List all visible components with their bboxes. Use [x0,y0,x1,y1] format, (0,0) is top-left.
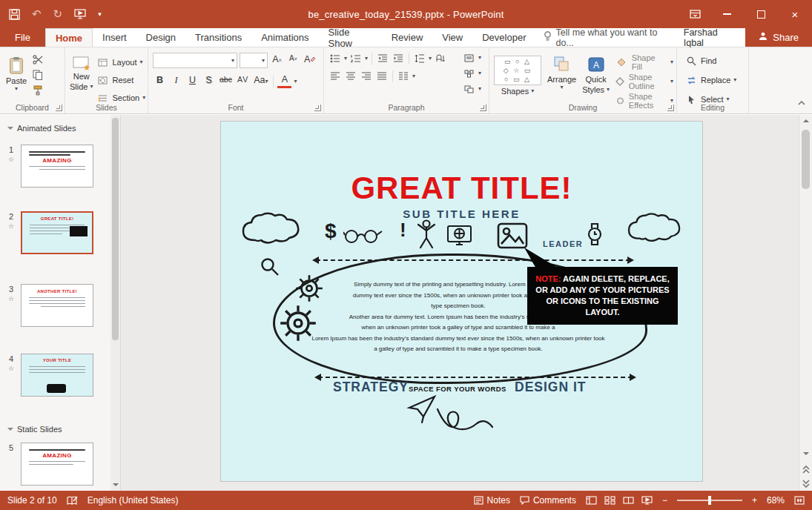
zoom-in-button[interactable]: + [752,495,757,506]
tab-review[interactable]: Review [382,28,433,47]
zoom-slider-knob[interactable] [708,496,711,505]
glasses-icon[interactable] [343,225,383,245]
shapes-button[interactable]: ▭ ○ △ ◇ ☆ ▭ ○ ▭ △ Shapes▾ [494,50,541,105]
italic-button[interactable]: I [169,74,183,88]
cut-button[interactable] [31,53,44,65]
main-scrollbar[interactable] [799,115,812,491]
align-right-button[interactable] [360,70,373,82]
reading-view-button[interactable] [623,496,634,505]
section-static-slides[interactable]: Static Slides [7,425,62,434]
increase-indent-button[interactable] [392,53,405,64]
scroll-up-button[interactable] [799,115,812,126]
convert-smartart-button[interactable] [463,67,476,79]
font-color-button[interactable]: A [277,74,291,88]
text-direction-button[interactable] [434,53,447,64]
person-icon[interactable] [415,219,438,251]
fit-to-window-button[interactable] [794,496,805,505]
close-button[interactable]: × [778,0,812,28]
strategy-label[interactable]: STRATEGY [333,380,409,395]
underline-button[interactable]: U [185,74,199,88]
strikethrough-button[interactable]: abc [218,74,234,88]
slide-thumbnail-4[interactable]: 4☆ YOUR TITLE [4,354,93,397]
numbering-button[interactable] [349,53,363,64]
tab-insert[interactable]: Insert [93,28,136,47]
slide-sorter-view-button[interactable] [604,496,615,505]
watch-icon[interactable] [586,222,604,246]
comments-toggle[interactable]: Comments [520,495,576,506]
arrange-objects-button[interactable] [463,83,476,95]
previous-slide-button[interactable] [799,463,812,474]
zoom-slider[interactable] [677,500,742,501]
align-left-button[interactable] [329,70,342,82]
drawing-dialog-launcher[interactable] [667,105,674,111]
shape-outline-button[interactable]: Shape Outline▾ [615,74,673,89]
scroll-down-button[interactable] [799,448,812,460]
character-spacing-button[interactable]: AV [236,74,250,88]
align-text-button[interactable] [463,52,476,64]
tab-file[interactable]: File [0,28,45,47]
notes-toggle[interactable]: Notes [474,495,510,506]
reset-button[interactable]: Reset [96,73,145,87]
clear-formatting-button[interactable]: A [303,53,317,67]
layout-button[interactable]: Layout▾ [96,55,145,70]
ribbon-display-options-button[interactable] [680,0,710,28]
slide-indicator[interactable]: Slide 2 of 10 [7,495,57,506]
tab-animations[interactable]: Animations [251,28,318,47]
maximize-button[interactable] [744,0,778,28]
main-scrollbar-thumb[interactable] [802,130,810,189]
proofing-icon[interactable] [67,496,78,506]
tab-slide-show[interactable]: Slide Show [318,28,381,47]
text-shadow-button[interactable]: S [202,74,216,88]
exclamation-icon[interactable]: ! [400,219,406,242]
tab-home[interactable]: Home [45,28,93,47]
new-slide-button[interactable]: New Slide▾ [70,50,93,105]
tab-design[interactable]: Design [136,28,185,47]
columns-button[interactable] [397,70,410,82]
increase-font-size-button[interactable]: A˄ [270,53,284,67]
thumb-image-1[interactable]: AMAZING [21,145,93,188]
tell-me-box[interactable]: Tell me what you want to do... [536,28,673,47]
align-center-button[interactable] [344,70,357,82]
decrease-indent-button[interactable] [376,53,389,64]
slide-thumbnail-1[interactable]: 1☆ AMAZING [4,145,93,188]
collapse-ribbon-button[interactable] [797,96,806,109]
bullets-button[interactable] [329,53,342,64]
next-slide-button[interactable] [799,478,812,489]
change-case-button[interactable]: Aa▾ [252,74,269,88]
font-name-combo[interactable]: ▾ [153,53,237,68]
leader-label[interactable]: LEADER [543,239,583,248]
magnifier-icon[interactable] [260,256,280,277]
slide-thumbnail-3[interactable]: 3☆ ANOTHER TITLE! [4,284,93,327]
thumb-image-2[interactable]: GREAT TITLE! [21,211,93,254]
thumb-image-4[interactable]: YOUR TITLE [21,354,93,397]
arrange-button[interactable]: Arrange ▾ [547,50,576,105]
section-animated-slides[interactable]: Animated Slides [7,124,76,133]
justify-button[interactable] [375,70,389,82]
normal-view-button[interactable] [586,496,597,505]
tab-developer[interactable]: Developer [472,28,535,47]
slide-editor[interactable]: GREAT TITLE! SUB TITLE HERE $ ! [220,121,703,482]
user-account[interactable]: Farshad Iqbal [673,28,746,47]
dollar-icon[interactable]: $ [325,219,337,243]
shapes-gallery[interactable]: ▭ ○ △ ◇ ☆ ▭ ○ ▭ △ [494,56,541,85]
panel-scroll-down-button[interactable] [110,480,120,491]
bold-button[interactable]: B [153,74,167,88]
paragraph-dialog-launcher[interactable] [480,105,486,111]
panel-scrollbar-thumb[interactable] [112,118,119,340]
cloud-left-icon[interactable] [240,211,301,246]
paste-button[interactable]: Paste ▾ [6,50,27,105]
decrease-font-size-button[interactable]: A˅ [286,53,300,67]
find-button[interactable]: Find [684,53,748,68]
zoom-out-button[interactable]: − [662,495,667,506]
picture-icon[interactable] [497,222,528,250]
slideshow-view-button[interactable] [641,496,653,505]
copy-button[interactable] [31,69,44,81]
share-button[interactable]: Share [745,28,812,47]
clipboard-dialog-launcher[interactable] [56,105,62,111]
quick-styles-button[interactable]: A Quick Styles▾ [582,50,610,105]
font-size-combo[interactable]: ▾ [240,53,268,68]
language-indicator[interactable]: English (United States) [88,495,179,506]
monitor-globe-icon[interactable] [447,225,472,248]
slide-thumbnail-5[interactable]: 5 AMAZING [4,443,93,486]
cloud-right-icon[interactable] [624,211,684,244]
